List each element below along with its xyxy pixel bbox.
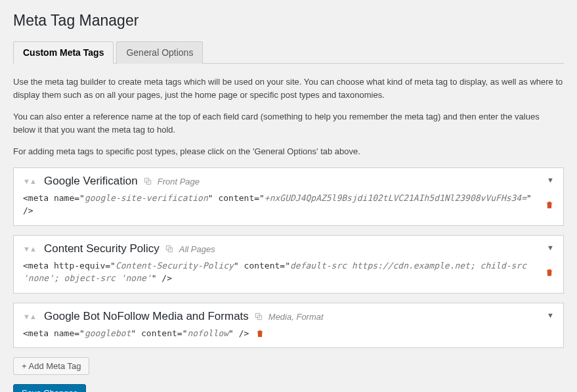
copy-icon[interactable] (254, 311, 263, 322)
add-meta-tag-button[interactable]: + Add Meta Tag (13, 357, 89, 375)
collapse-toggle[interactable]: ▼ (547, 244, 554, 251)
collapse-toggle[interactable]: ▼ (547, 311, 554, 319)
intro-paragraph: For adding meta tags to specific post ty… (13, 145, 564, 158)
meta-tag-card: ▼ ▼▲ Google Verification Front Page <met… (13, 167, 564, 226)
tab-bar: Custom Meta Tags General Options (13, 41, 564, 64)
card-title: Google Bot NoFollow Media and Formats (44, 310, 249, 323)
card-scope: All Pages (179, 244, 215, 254)
collapse-toggle[interactable]: ▼ (547, 176, 554, 184)
page-title: Meta Tag Manager (13, 12, 564, 30)
intro-paragraph: You can also enter a reference name at t… (13, 110, 564, 136)
tab-custom-meta-tags[interactable]: Custom Meta Tags (13, 41, 114, 64)
drag-handle-icon[interactable]: ▼▲ (23, 242, 39, 253)
meta-tag-code: <meta name="google-site-verification" co… (23, 192, 538, 217)
delete-icon[interactable] (545, 199, 554, 210)
add-button-label: Add Meta Tag (29, 361, 81, 371)
delete-icon[interactable] (255, 328, 265, 339)
meta-tag-card: ▼ ▼▲ Content Security Policy All Pages <… (13, 235, 564, 294)
meta-tag-code: <meta http-equiv="Content-Security-Polic… (23, 259, 538, 285)
meta-tag-card: ▼ ▼▲ Google Bot NoFollow Media and Forma… (13, 303, 564, 349)
save-changes-button[interactable]: Save Changes (13, 384, 86, 392)
card-scope: Front Page (158, 177, 200, 186)
meta-tag-code: <meta name="googlebot" content="nofollow… (23, 327, 249, 340)
intro-paragraph: Use the meta tag builder to create meta … (13, 76, 564, 101)
tab-general-options[interactable]: General Options (116, 41, 203, 64)
card-title: Content Security Policy (44, 242, 160, 255)
plus-icon: + (22, 361, 27, 371)
intro-text: Use the meta tag builder to create meta … (13, 76, 564, 158)
card-scope: Media, Format (268, 312, 324, 322)
card-title: Google Verification (44, 175, 138, 188)
delete-icon[interactable] (545, 267, 554, 278)
copy-icon[interactable] (165, 244, 174, 254)
copy-icon[interactable] (143, 176, 152, 186)
drag-handle-icon[interactable]: ▼▲ (23, 310, 39, 320)
drag-handle-icon[interactable]: ▼▲ (23, 175, 39, 185)
